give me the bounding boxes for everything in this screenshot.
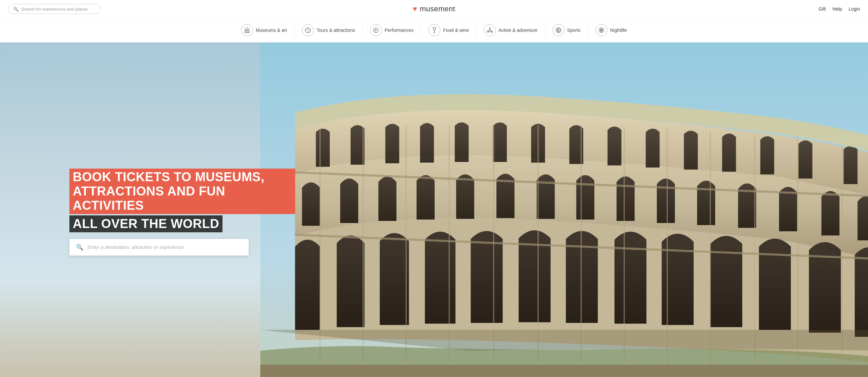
colosseum-image: [260, 42, 868, 377]
nightlife-icon: [595, 24, 607, 36]
nav-item-nightlife[interactable]: Nightlife: [588, 22, 634, 38]
header-search-box[interactable]: 🔍: [8, 4, 101, 14]
hero-content: BOOK TICKETS TO MUSEUMS, ATTRACTIONS AND…: [69, 168, 295, 255]
nav-label-sports: Sports: [567, 28, 581, 33]
nav-item-sports[interactable]: Sports: [545, 22, 588, 38]
nav-label-food-wine: Food & wine: [443, 28, 469, 33]
sports-icon: [553, 24, 564, 36]
food-wine-icon: [428, 24, 440, 36]
hero-title-line2: ALL OVER THE WORLD: [69, 215, 222, 232]
logo-text: musement: [420, 5, 455, 13]
nav-item-active-adventure[interactable]: Active & adventure: [476, 22, 545, 38]
nav-label-nightlife: Nightlife: [610, 28, 627, 33]
gift-link[interactable]: Gift: [818, 6, 826, 11]
svg-point-1: [374, 28, 378, 33]
header-actions: Gift Help Login: [818, 6, 860, 11]
nav-item-museums-art[interactable]: Museums & art: [234, 22, 294, 38]
nav-label-tours-attractions: Tours & attractions: [316, 28, 355, 33]
hero-section: BOOK TICKETS TO MUSEUMS, ATTRACTIONS AND…: [0, 42, 868, 377]
logo-heart-icon: ♥: [413, 5, 417, 13]
hero-search-input[interactable]: [87, 244, 242, 250]
nav-item-performances[interactable]: Performances: [363, 22, 421, 38]
nav-item-food-wine[interactable]: Food & wine: [421, 22, 476, 38]
hero-title-line1: BOOK TICKETS TO MUSEUMS, ATTRACTIONS AND…: [69, 168, 295, 214]
hero-search-box[interactable]: 🔍: [69, 239, 249, 255]
svg-rect-8: [260, 365, 868, 377]
nav-item-tours-attractions[interactable]: Tours & attractions: [294, 22, 363, 38]
header-search-input[interactable]: [21, 7, 96, 11]
header: 🔍 ♥ musement Gift Help Login: [0, 0, 868, 18]
logo[interactable]: ♥ musement: [413, 5, 455, 13]
museums-art-icon: [241, 24, 253, 36]
nav-label-performances: Performances: [384, 28, 413, 33]
active-adventure-icon: [484, 24, 496, 36]
help-link[interactable]: Help: [833, 6, 842, 11]
performances-icon: [370, 24, 382, 36]
login-link[interactable]: Login: [849, 6, 860, 11]
tours-attractions-icon: [302, 24, 314, 36]
nav-label-museums-art: Museums & art: [256, 28, 287, 33]
search-icon: 🔍: [13, 6, 19, 11]
nav-label-active-adventure: Active & adventure: [498, 28, 537, 33]
category-nav: Museums & art Tours & attractions Perfor…: [0, 18, 868, 42]
hero-search-icon: 🔍: [76, 244, 83, 251]
svg-point-6: [599, 28, 604, 33]
